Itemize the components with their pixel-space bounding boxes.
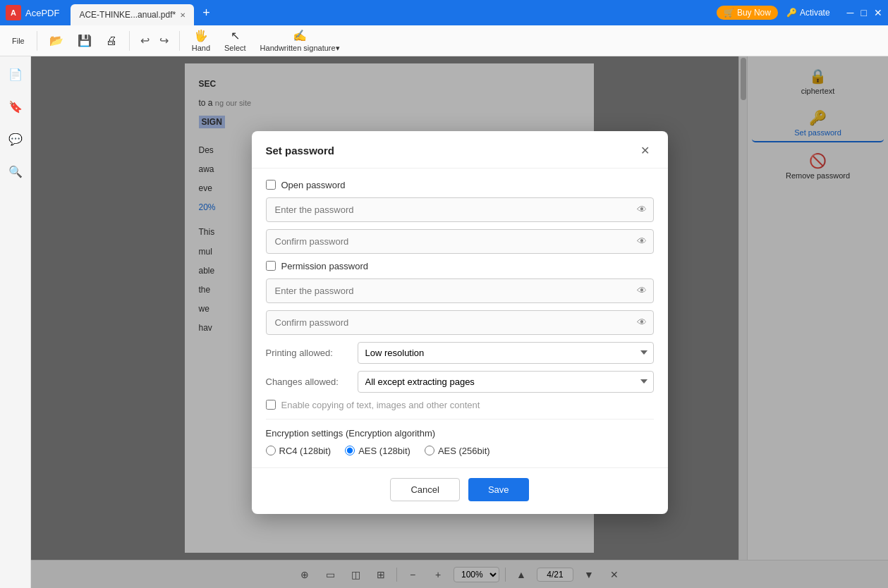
permission-password-checkbox[interactable] <box>266 261 276 271</box>
buy-now-icon: 🛒 <box>724 8 734 18</box>
changes-allowed-row: Changes allowed: None Inserting, deletin… <box>266 371 654 393</box>
toolbar: File 📂 💾 🖨 ↩ ↪ 🖐 Hand ↖ Select ✍ Handwri… <box>0 25 888 56</box>
sidebar-item-search[interactable]: 🔍 <box>5 161 26 182</box>
open-password-input[interactable] <box>266 197 654 222</box>
hand-icon: 🖐 <box>194 29 208 42</box>
enable-copying-row: Enable copying of text, images and other… <box>266 400 654 410</box>
activate-icon: 🔑 <box>786 8 797 18</box>
printing-allowed-label: Printing allowed: <box>266 348 351 358</box>
signature-label: Handwritten signature▾ <box>260 44 340 53</box>
open-confirm-field: 👁 <box>266 229 654 254</box>
minimize-button[interactable]: ─ <box>847 7 854 18</box>
buy-now-button[interactable]: 🛒 Buy Now <box>717 6 778 20</box>
undo-button[interactable]: ↩ <box>137 31 153 50</box>
radio-aes128-item: AES (128bit) <box>345 446 410 456</box>
print-button[interactable]: 🖨 <box>101 32 122 49</box>
main-layout: 📄 🔖 💬 🔍 SEC to a ng our site SIGN Des <box>0 56 888 588</box>
radio-aes256-item: AES (256bit) <box>425 446 490 456</box>
new-tab-button[interactable]: + <box>202 6 210 20</box>
radio-aes128-input[interactable] <box>345 446 355 455</box>
encryption-title: Encryption settings (Encryption algorith… <box>266 428 654 439</box>
save-file-icon: 💾 <box>78 34 92 47</box>
sidebar-item-pages[interactable]: 📄 <box>5 63 26 85</box>
radio-rc4-item: RC4 (128bit) <box>266 446 332 456</box>
redo-button[interactable]: ↪ <box>156 31 172 50</box>
hand-tool-button[interactable]: 🖐 Hand <box>187 27 215 54</box>
toolbar-divider-3 <box>179 31 180 51</box>
signature-button[interactable]: ✍ Handwritten signature▾ <box>255 27 345 55</box>
app-logo: A <box>6 5 21 20</box>
radio-rc4-label[interactable]: RC4 (128bit) <box>279 446 332 456</box>
radio-rc4-input[interactable] <box>266 446 276 455</box>
dialog-body: Open password 👁 👁 Per <box>252 169 668 467</box>
radio-aes256-label[interactable]: AES (256bit) <box>438 446 490 456</box>
changes-allowed-select[interactable]: None Inserting, deleting, and rotating p… <box>358 371 654 393</box>
buy-now-label: Buy Now <box>737 8 771 18</box>
modal-overlay: Set password ✕ Open password 👁 <box>31 56 888 588</box>
open-file-button[interactable]: 📂 <box>44 32 68 49</box>
permission-confirm-eye-icon[interactable]: 👁 <box>637 317 647 328</box>
tab-active[interactable]: ACE-THINKE...anual.pdf* ✕ <box>71 4 194 25</box>
file-menu-button[interactable]: File <box>7 35 30 47</box>
open-confirm-input[interactable] <box>266 229 654 254</box>
open-password-label[interactable]: Open password <box>281 180 346 190</box>
printing-allowed-row: Printing allowed: None Low resolution Hi… <box>266 342 654 364</box>
app-name: AcePDF <box>25 8 59 18</box>
tab-close-icon[interactable]: ✕ <box>180 11 185 19</box>
radio-aes128-label[interactable]: AES (128bit) <box>358 446 410 456</box>
permission-confirm-input[interactable] <box>266 310 654 335</box>
title-bar-left: A AcePDF ACE-THINKE...anual.pdf* ✕ + <box>6 0 210 25</box>
changes-allowed-label: Changes allowed: <box>266 376 351 387</box>
dialog-footer: Cancel Save <box>252 467 668 514</box>
file-label: File <box>12 37 25 45</box>
restore-button[interactable]: □ <box>861 7 867 18</box>
toolbar-divider-2 <box>129 31 130 51</box>
encryption-radio-group: RC4 (128bit) AES (128bit) AES (256bit) <box>266 446 654 456</box>
signature-icon: ✍ <box>293 29 307 42</box>
dialog-close-button[interactable]: ✕ <box>637 142 654 159</box>
save-button[interactable]: Save <box>468 478 529 501</box>
open-confirm-eye-icon[interactable]: 👁 <box>637 235 647 247</box>
permission-password-input[interactable] <box>266 278 654 303</box>
permission-password-label[interactable]: Permission password <box>281 261 369 271</box>
content-area: SEC to a ng our site SIGN Des the brand … <box>31 56 888 588</box>
set-password-dialog: Set password ✕ Open password 👁 <box>252 131 668 514</box>
select-label: Select <box>224 44 246 52</box>
sidebar-item-bookmarks[interactable]: 🔖 <box>5 96 26 117</box>
toolbar-divider-1 <box>37 31 37 51</box>
cancel-button[interactable]: Cancel <box>390 478 459 501</box>
window-controls: ─ □ ✕ <box>847 7 882 18</box>
select-icon: ↖ <box>231 29 240 42</box>
print-icon: 🖨 <box>106 35 117 47</box>
printing-allowed-select[interactable]: None Low resolution High resolution <box>358 342 654 364</box>
close-icon: ✕ <box>640 144 650 157</box>
activate-button[interactable]: 🔑 Activate <box>786 8 830 18</box>
sidebar-item-comments[interactable]: 💬 <box>5 128 26 149</box>
title-bar: A AcePDF ACE-THINKE...anual.pdf* ✕ + 🛒 B… <box>0 0 888 25</box>
enable-copying-label[interactable]: Enable copying of text, images and other… <box>281 400 480 410</box>
radio-aes256-input[interactable] <box>425 446 434 455</box>
open-password-field: 👁 <box>266 197 654 222</box>
permission-password-field: 👁 <box>266 278 654 303</box>
permission-confirm-field: 👁 <box>266 310 654 335</box>
dialog-title: Set password <box>266 145 335 157</box>
open-file-icon: 📂 <box>49 34 63 47</box>
left-sidebar: 📄 🔖 💬 🔍 <box>0 56 31 588</box>
section-divider <box>266 419 654 419</box>
title-bar-right: 🛒 Buy Now 🔑 Activate ─ □ ✕ <box>717 6 882 20</box>
dialog-header: Set password ✕ <box>252 131 668 169</box>
open-password-row: Open password <box>266 180 654 190</box>
undo-redo-group: ↩ ↪ <box>137 31 172 50</box>
enable-copying-checkbox[interactable] <box>266 400 276 410</box>
open-password-eye-icon[interactable]: 👁 <box>637 204 647 215</box>
permission-password-eye-icon[interactable]: 👁 <box>637 285 647 296</box>
activate-label: Activate <box>800 8 830 18</box>
save-file-button[interactable]: 💾 <box>73 32 97 49</box>
select-tool-button[interactable]: ↖ Select <box>219 27 251 54</box>
hand-label: Hand <box>192 44 210 52</box>
encryption-section: Encryption settings (Encryption algorith… <box>266 428 654 456</box>
open-password-checkbox[interactable] <box>266 180 276 190</box>
permission-password-row: Permission password <box>266 261 654 271</box>
tab-label: ACE-THINKE...anual.pdf* <box>79 10 176 20</box>
close-button[interactable]: ✕ <box>874 7 882 18</box>
